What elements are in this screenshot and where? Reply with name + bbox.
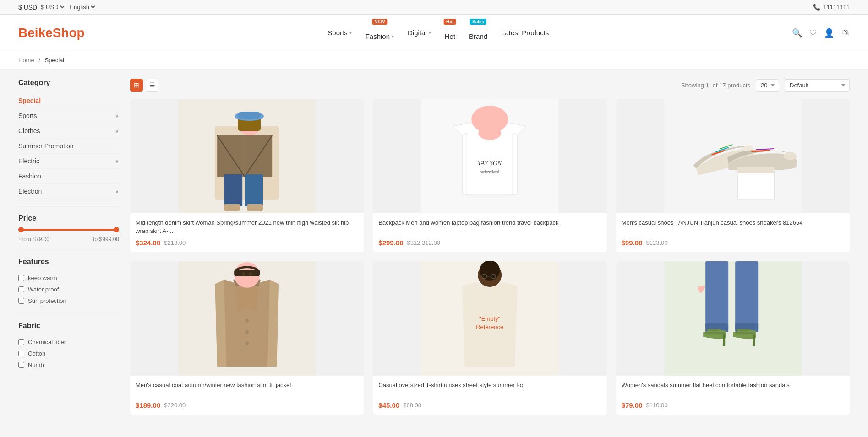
nav-hot[interactable]: Hot Hot [445, 25, 455, 40]
product-card-3[interactable]: Men's casual shoes TANJUN Tianjun casual… [616, 99, 850, 252]
breadcrumb-home[interactable]: Home [18, 57, 34, 64]
category-fashion[interactable]: Fashion [18, 169, 119, 184]
category-special-label: Special [18, 97, 41, 104]
fabric-cotton[interactable]: Cotton [18, 348, 119, 359]
list-view-button[interactable]: ☰ [146, 79, 158, 92]
category-electric-label: Electric [18, 157, 39, 165]
svg-point-27 [784, 152, 797, 160]
price-from: From $79.00 [18, 236, 49, 243]
product-name-2: Backpack Men and women laptop bag fashio… [378, 219, 601, 235]
fabric-cotton-label: Cotton [28, 350, 45, 357]
product-price-current-6: $79.00 [622, 401, 643, 409]
fabric-numb[interactable]: Numb [18, 359, 119, 371]
header: BeikeShop Sports ▾ NEW Fashion ▾ Digital… [0, 15, 868, 51]
product-image-4 [130, 261, 364, 376]
logo-text: BeikeShop [18, 26, 85, 40]
feature-sun-protection-checkbox[interactable] [18, 298, 24, 304]
nav-latest[interactable]: Latest Products [501, 29, 549, 37]
product-price-original-2: $312,312.00 [407, 239, 440, 246]
product-info-2: Backpack Men and women laptop bag fashio… [373, 213, 606, 252]
category-electron[interactable]: Electron ∨ [18, 184, 119, 199]
category-sports[interactable]: Sports ∨ [18, 108, 119, 124]
sidebar: Category Special Sports ∨ Clothes ∨ Summ… [18, 79, 119, 432]
fabric-numb-label: Numb [28, 361, 44, 368]
category-sports-chevron: ∨ [115, 113, 119, 119]
category-electric[interactable]: Electric ∨ [18, 154, 119, 169]
account-icon[interactable]: 👤 [824, 28, 834, 38]
svg-point-33 [242, 272, 245, 276]
product-name-3: Men's casual shoes TANJUN Tianjun casual… [622, 219, 844, 235]
product-image-1 [130, 99, 364, 213]
category-sports-label: Sports [18, 112, 37, 119]
view-toggle: ⊞ ☰ [130, 79, 158, 92]
fabric-numb-checkbox[interactable] [18, 362, 24, 368]
product-price-current-2: $299.00 [378, 239, 403, 247]
nav-brand-badge: Sales [470, 19, 486, 25]
feature-keep-warm-checkbox[interactable] [18, 275, 24, 281]
nav-sports[interactable]: Sports ▾ [328, 29, 351, 37]
phone-number: 11111111 [823, 4, 850, 11]
svg-rect-29 [737, 167, 774, 173]
breadcrumb-sep: / [38, 57, 40, 64]
category-clothes-label: Clothes [18, 127, 40, 135]
breadcrumb-current: Special [45, 57, 65, 64]
product-image-5: "Empty" Reference [373, 261, 606, 376]
logo[interactable]: BeikeShop [18, 26, 85, 40]
product-card-4[interactable]: Men's casual coat autumn/winter new fash… [130, 261, 364, 415]
category-clothes[interactable]: Clothes ∨ [18, 124, 119, 139]
per-page-select[interactable]: 20 40 60 [756, 79, 779, 92]
category-fashion-label: Fashion [18, 173, 41, 180]
product-card-2[interactable]: TAY SON switzerland Backpack Men and wom… [373, 99, 606, 252]
price-title: Price [18, 214, 119, 222]
wishlist-icon[interactable]: ♡ [809, 28, 817, 38]
category-summer[interactable]: Summer Promotion [18, 139, 119, 154]
svg-rect-13 [247, 204, 263, 211]
product-image-2: TAY SON switzerland [373, 99, 606, 213]
product-info-6: Women's sandals summer flat heel comfort… [616, 376, 850, 415]
product-card-1[interactable]: Mid-length denim skirt woman Spring/summ… [130, 99, 364, 252]
product-info-4: Men's casual coat autumn/winter new fash… [130, 376, 364, 415]
main-layout: Category Special Sports ∨ Clothes ∨ Summ… [0, 70, 868, 437]
price-section: Price From $79.00 To $999.00 [18, 214, 119, 243]
top-bar-left: $ USD $ USD English [18, 3, 97, 11]
nav-fashion-arrow: ▾ [392, 34, 394, 39]
language-select[interactable]: English [68, 3, 97, 11]
feature-keep-warm-label: keep warm [28, 275, 57, 281]
search-icon[interactable]: 🔍 [792, 28, 802, 38]
feature-water-proof[interactable]: Water proof [18, 284, 119, 295]
products-grid: Mid-length denim skirt woman Spring/summ… [130, 99, 850, 415]
feature-keep-warm[interactable]: keep warm [18, 272, 119, 284]
nav-sports-label: Sports [328, 29, 347, 37]
nav-digital[interactable]: Digital ▾ [408, 29, 431, 37]
feature-sun-protection-label: Sun protection [28, 297, 66, 304]
main-nav: Sports ▾ NEW Fashion ▾ Digital ▾ Hot Hot… [328, 25, 549, 40]
fabric-cotton-checkbox[interactable] [18, 351, 24, 356]
price-to: To $999.00 [92, 236, 119, 243]
nav-brand[interactable]: Sales Brand [469, 25, 487, 40]
nav-fashion[interactable]: NEW Fashion ▾ [366, 25, 394, 40]
svg-text:"Empty": "Empty" [479, 315, 500, 322]
fabric-chemical-fiber-checkbox[interactable] [18, 339, 24, 345]
category-electron-label: Electron [18, 188, 42, 195]
product-card-5[interactable]: "Empty" Reference Casual oversized T-shi… [373, 261, 606, 415]
svg-point-34 [249, 272, 252, 276]
feature-sun-protection[interactable]: Sun protection [18, 295, 119, 307]
fabric-chemical-fiber[interactable]: Chemical fiber [18, 336, 119, 348]
svg-rect-52 [753, 334, 755, 346]
grid-view-button[interactable]: ⊞ [130, 79, 143, 92]
price-slider[interactable] [18, 229, 119, 231]
feature-water-proof-checkbox[interactable] [18, 286, 24, 292]
currency-select[interactable]: $ USD [39, 3, 66, 11]
category-special[interactable]: Special [18, 93, 119, 108]
product-info-1: Mid-length denim skirt woman Spring/summ… [130, 213, 364, 252]
nav-digital-label: Digital [408, 29, 427, 37]
svg-rect-56 [737, 329, 750, 331]
svg-rect-46 [664, 261, 802, 376]
svg-point-37 [245, 342, 249, 345]
sort-select[interactable]: Default Price: Low to High Price: High t… [785, 79, 850, 92]
category-summer-label: Summer Promotion [18, 142, 74, 150]
showing-text: Showing 1- of 17 products [681, 82, 750, 89]
product-card-6[interactable]: Women's sandals summer flat heel comfort… [616, 261, 850, 415]
cart-icon[interactable]: 🛍 [841, 28, 850, 38]
sidebar-divider-3 [18, 314, 119, 314]
